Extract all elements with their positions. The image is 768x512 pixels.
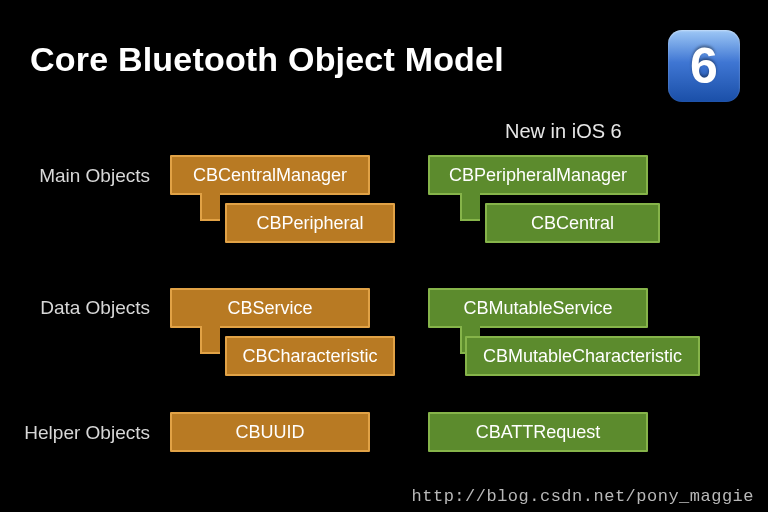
slide-title: Core Bluetooth Object Model bbox=[30, 40, 504, 79]
box-cbservice: CBService bbox=[170, 288, 370, 328]
ios6-badge-text: 6 bbox=[690, 37, 718, 95]
new-in-ios6-label: New in iOS 6 bbox=[505, 120, 622, 143]
watermark-url: http://blog.csdn.net/pony_maggie bbox=[412, 487, 754, 506]
box-cbcharacteristic: CBCharacteristic bbox=[225, 336, 395, 376]
row-label-main: Main Objects bbox=[10, 165, 150, 187]
box-cbmutablecharacteristic: CBMutableCharacteristic bbox=[465, 336, 700, 376]
box-cbattrequest: CBATTRequest bbox=[428, 412, 648, 452]
connector-a-data bbox=[200, 326, 220, 354]
box-cbuuid: CBUUID bbox=[170, 412, 370, 452]
connector-a-main bbox=[200, 193, 220, 221]
ios6-badge-icon: 6 bbox=[668, 30, 740, 102]
box-cbperipheral: CBPeripheral bbox=[225, 203, 395, 243]
row-label-helper: Helper Objects bbox=[10, 422, 150, 444]
row-label-data: Data Objects bbox=[10, 297, 150, 319]
box-cbperipheralmanager: CBPeripheralManager bbox=[428, 155, 648, 195]
box-cbcentral: CBCentral bbox=[485, 203, 660, 243]
connector-b-main bbox=[460, 193, 480, 221]
box-cbcentralmanager: CBCentralManager bbox=[170, 155, 370, 195]
box-cbmutableservice: CBMutableService bbox=[428, 288, 648, 328]
